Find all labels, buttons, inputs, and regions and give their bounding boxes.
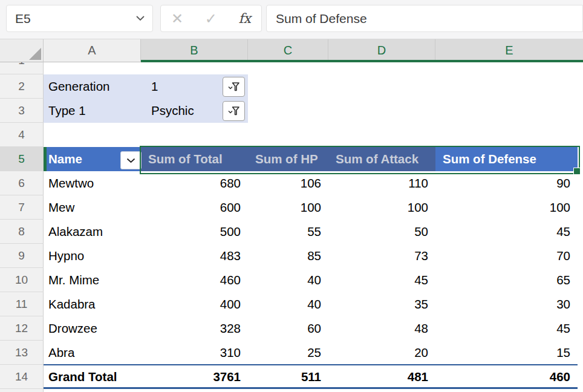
row-header-1[interactable]: 1 bbox=[0, 62, 44, 74]
formula-bar-input[interactable]: Sum of Defense bbox=[266, 5, 583, 32]
cell-total[interactable]: 483 bbox=[141, 244, 248, 268]
chevron-down-icon bbox=[126, 158, 135, 163]
cell-hp[interactable]: 55 bbox=[248, 220, 328, 244]
select-all-corner[interactable] bbox=[0, 39, 44, 62]
pivot-header-hp[interactable]: Sum of HP bbox=[248, 147, 328, 171]
cell-hp[interactable]: 40 bbox=[248, 268, 328, 292]
cell-defense[interactable]: 15 bbox=[435, 341, 578, 365]
cell-defense[interactable]: 100 bbox=[435, 195, 578, 220]
column-header-a[interactable]: A bbox=[44, 39, 141, 62]
cell-total[interactable]: 680 bbox=[141, 171, 248, 195]
row-header-2[interactable]: 2 bbox=[0, 74, 44, 99]
cell-name[interactable]: Mr. Mime bbox=[44, 268, 141, 292]
row-header-4[interactable]: 4 bbox=[0, 123, 44, 147]
column-header-b[interactable]: B bbox=[141, 39, 248, 62]
column-header-c[interactable]: C bbox=[248, 39, 328, 62]
cell-defense[interactable]: 90 bbox=[435, 171, 578, 195]
grand-total-top-border bbox=[44, 364, 578, 365]
selection-fill-handle[interactable] bbox=[573, 168, 581, 175]
selected-row-accent-line bbox=[44, 147, 47, 171]
chevron-down-icon[interactable] bbox=[136, 16, 145, 21]
pivot-header-attack[interactable]: Sum of Attack bbox=[328, 147, 435, 171]
column-letter: B bbox=[190, 44, 198, 57]
filter-button-generation[interactable] bbox=[223, 77, 245, 97]
cell-total[interactable]: 460 bbox=[141, 268, 248, 292]
cell-defense[interactable]: 70 bbox=[435, 244, 578, 268]
column-header-d[interactable]: D bbox=[328, 39, 435, 62]
row-header-8[interactable]: 8 bbox=[0, 220, 44, 244]
cell-name[interactable]: Alakazam bbox=[44, 220, 141, 244]
filter-button-type1[interactable] bbox=[223, 101, 245, 121]
cell-defense[interactable]: 45 bbox=[435, 316, 578, 341]
cell-attack[interactable]: 50 bbox=[328, 220, 435, 244]
column-letter: D bbox=[377, 44, 386, 57]
filter-funnel-icon bbox=[227, 82, 240, 92]
cell-hp[interactable]: 85 bbox=[248, 244, 328, 268]
grand-total-total[interactable]: 3761 bbox=[141, 365, 248, 389]
grand-total-label[interactable]: Grand Total bbox=[44, 365, 141, 389]
cell-attack[interactable]: 45 bbox=[328, 268, 435, 292]
row-header-5[interactable]: 5 bbox=[0, 147, 44, 171]
cell-hp[interactable]: 40 bbox=[248, 292, 328, 316]
selected-columns-accent-line bbox=[141, 60, 583, 62]
column-header-e[interactable]: E bbox=[435, 39, 583, 62]
cell-name[interactable]: Drowzee bbox=[44, 316, 141, 341]
cell-attack[interactable]: 110 bbox=[328, 171, 435, 195]
cell-hp[interactable]: 25 bbox=[248, 341, 328, 365]
row-header-11[interactable]: 11 bbox=[0, 292, 44, 316]
cell-attack[interactable]: 73 bbox=[328, 244, 435, 268]
cell-name[interactable]: Abra bbox=[44, 341, 141, 365]
cell-name[interactable]: Hypno bbox=[44, 244, 141, 268]
cell-total[interactable]: 328 bbox=[141, 316, 248, 341]
row-header-15-partial[interactable] bbox=[0, 389, 44, 392]
cell-total[interactable]: 500 bbox=[141, 220, 248, 244]
cell-hp[interactable]: 100 bbox=[248, 195, 328, 220]
column-letter: C bbox=[284, 44, 292, 57]
row-header-7[interactable]: 7 bbox=[0, 195, 44, 220]
cell-defense[interactable]: 65 bbox=[435, 268, 578, 292]
cell-reference: E5 bbox=[15, 11, 31, 26]
cell-name[interactable]: Mewtwo bbox=[44, 171, 141, 195]
cell-total[interactable]: 600 bbox=[141, 195, 248, 220]
cell-attack[interactable]: 100 bbox=[328, 195, 435, 220]
row-header-13[interactable]: 13 bbox=[0, 341, 44, 365]
formula-actions-panel: ✕ ✓ fx bbox=[160, 5, 262, 32]
pivot-header-total[interactable]: Sum of Total bbox=[141, 147, 248, 171]
cell-name[interactable]: Mew bbox=[44, 195, 141, 220]
row-header-10[interactable]: 10 bbox=[0, 268, 44, 292]
row-header-3[interactable]: 3 bbox=[0, 99, 44, 123]
cell-name[interactable]: Kadabra bbox=[44, 292, 141, 316]
filter-label-type1[interactable]: Type 1 bbox=[44, 99, 141, 123]
grand-total-defense[interactable]: 460 bbox=[435, 365, 578, 389]
pivot-header-defense-active-cell[interactable]: Sum of Defense bbox=[435, 147, 578, 171]
column-letter: A bbox=[88, 44, 96, 57]
cell-total[interactable]: 400 bbox=[141, 292, 248, 316]
select-all-triangle-icon bbox=[29, 48, 41, 60]
column-letter: E bbox=[505, 44, 513, 57]
grand-total-bottom-border bbox=[44, 387, 578, 389]
cell-defense[interactable]: 45 bbox=[435, 220, 578, 244]
formula-text: Sum of Defense bbox=[276, 11, 367, 26]
insert-function-icon[interactable]: fx bbox=[238, 11, 251, 26]
cell-attack[interactable]: 35 bbox=[328, 292, 435, 316]
enter-icon[interactable]: ✓ bbox=[205, 11, 217, 26]
name-field-dropdown-button[interactable] bbox=[120, 151, 142, 169]
cell-defense[interactable]: 30 bbox=[435, 292, 578, 316]
cell-total[interactable]: 310 bbox=[141, 341, 248, 365]
row-header-9[interactable]: 9 bbox=[0, 244, 44, 268]
cancel-icon[interactable]: ✕ bbox=[171, 11, 183, 26]
name-box[interactable]: E5 bbox=[6, 5, 153, 32]
formula-bar-region: E5 ✕ ✓ fx Sum of Defense bbox=[0, 0, 583, 39]
filter-label-generation[interactable]: Generation bbox=[44, 74, 141, 99]
cell-attack[interactable]: 48 bbox=[328, 316, 435, 341]
cell-hp[interactable]: 60 bbox=[248, 316, 328, 341]
row-header-14[interactable]: 14 bbox=[0, 365, 44, 389]
grand-total-attack[interactable]: 481 bbox=[328, 365, 435, 389]
row-header-6[interactable]: 6 bbox=[0, 171, 44, 195]
cell-hp[interactable]: 106 bbox=[248, 171, 328, 195]
filter-funnel-icon bbox=[227, 106, 240, 116]
grand-total-hp[interactable]: 511 bbox=[248, 365, 328, 389]
row-header-12[interactable]: 12 bbox=[0, 316, 44, 341]
cell-attack[interactable]: 20 bbox=[328, 341, 435, 365]
